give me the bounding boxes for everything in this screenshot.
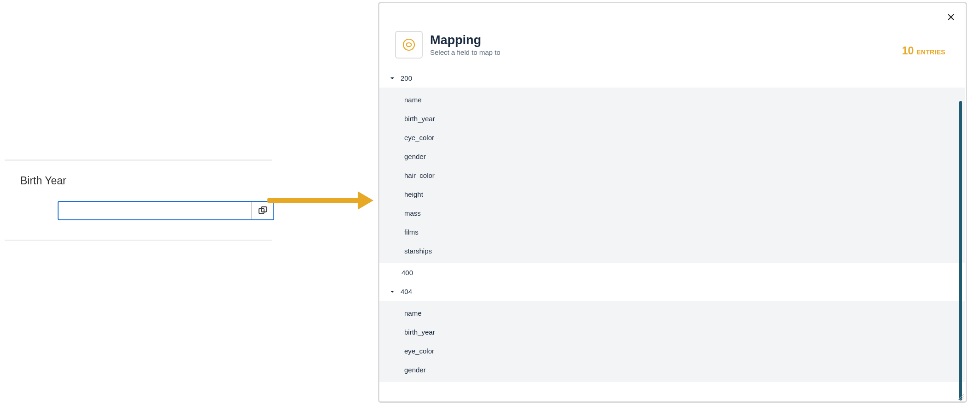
field-item[interactable]: films xyxy=(379,223,965,241)
arrow-indicator xyxy=(267,193,373,208)
field-item[interactable]: name xyxy=(379,304,965,323)
field-item[interactable]: mass xyxy=(379,204,965,223)
group-label: 200 xyxy=(401,74,412,82)
chevron-down-icon xyxy=(389,289,396,294)
field-item[interactable]: gender xyxy=(379,360,965,379)
mapping-input[interactable] xyxy=(59,202,251,219)
group-label: 404 xyxy=(401,288,412,295)
group-header-404[interactable]: 404 xyxy=(379,282,965,301)
mapping-panel: Mapping Select a field to map to 10 ENTR… xyxy=(378,2,967,403)
resize-handle[interactable] xyxy=(956,392,964,400)
entries-count: 10 xyxy=(902,45,914,57)
field-label: Birth Year xyxy=(14,175,263,187)
svg-point-4 xyxy=(403,39,414,50)
field-item[interactable]: starships xyxy=(379,241,965,260)
close-button[interactable] xyxy=(945,12,956,23)
mapping-panel-icon xyxy=(401,37,416,52)
field-config-card: Birth Year xyxy=(5,159,272,241)
resize-icon xyxy=(956,392,964,400)
field-list-200: name birth_year eye_color gender hair_co… xyxy=(379,88,965,263)
field-list-404: name birth_year eye_color gender xyxy=(379,301,965,382)
arrow-line xyxy=(267,198,358,203)
field-item[interactable]: hair_color xyxy=(379,166,965,185)
svg-line-6 xyxy=(960,396,964,400)
close-icon xyxy=(947,13,955,21)
scrollbar[interactable] xyxy=(959,101,962,400)
entries-label: ENTRIES xyxy=(916,48,945,56)
svg-line-7 xyxy=(962,398,964,400)
group-header-200[interactable]: 200 xyxy=(379,69,965,88)
field-item[interactable]: name xyxy=(379,90,965,109)
panel-icon-box xyxy=(395,31,423,59)
field-item[interactable]: gender xyxy=(379,147,965,166)
arrow-head-icon xyxy=(358,191,373,210)
panel-title-block: Mapping Select a field to map to xyxy=(430,33,501,56)
group-header-400[interactable]: 400 xyxy=(379,263,965,282)
field-item[interactable]: eye_color xyxy=(379,128,965,147)
field-item[interactable]: birth_year xyxy=(379,323,965,341)
panel-title: Mapping xyxy=(430,33,501,47)
mapping-input-row xyxy=(58,201,274,220)
group-label: 400 xyxy=(401,269,413,277)
panel-header: Mapping Select a field to map to xyxy=(379,3,966,69)
field-item[interactable]: height xyxy=(379,185,965,204)
field-tree: 200 name birth_year eye_color gender hai… xyxy=(379,69,965,401)
entries-count-block: 10 ENTRIES xyxy=(902,45,945,57)
mapping-icon xyxy=(258,206,268,216)
field-item[interactable]: eye_color xyxy=(379,341,965,360)
chevron-down-icon xyxy=(389,76,396,81)
field-item[interactable]: birth_year xyxy=(379,109,965,128)
panel-subtitle: Select a field to map to xyxy=(430,48,501,56)
